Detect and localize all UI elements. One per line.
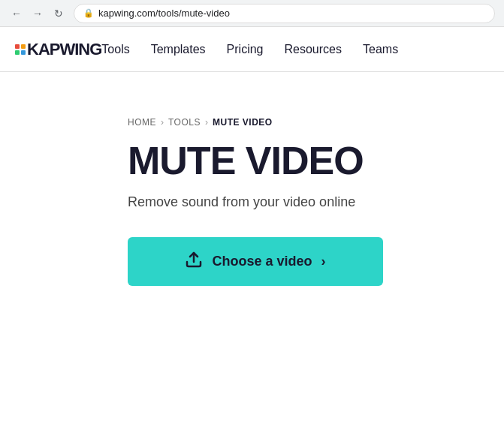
page-subtitle: Remove sound from your video online: [128, 194, 355, 210]
breadcrumb-current: MUTE VIDEO: [213, 117, 273, 128]
cta-label: Choose a video: [212, 254, 312, 269]
breadcrumb-separator-1: ›: [161, 117, 164, 128]
chevron-right-icon: ›: [321, 254, 326, 269]
breadcrumb: HOME › TOOLS › MUTE VIDEO: [128, 117, 273, 128]
reload-button[interactable]: ↻: [51, 6, 66, 21]
logo[interactable]: KAPWING: [15, 40, 101, 59]
logo-squares: [15, 44, 26, 55]
lock-icon: 🔒: [83, 8, 94, 18]
nav-link-teams: Teams: [363, 43, 398, 56]
forward-button[interactable]: →: [30, 6, 45, 21]
nav-link-templates: Templates: [151, 43, 206, 56]
breadcrumb-tools[interactable]: TOOLS: [168, 117, 201, 128]
upload-icon: [185, 251, 203, 272]
browser-chrome: ← → ↻ 🔒 kapwing.com/tools/mute-video: [0, 0, 504, 27]
nav-links: Tools Templates Pricing Resources Teams: [101, 43, 398, 56]
nav-item-teams[interactable]: Teams: [363, 43, 398, 56]
main-content: HOME › TOOLS › MUTE VIDEO MUTE VIDEO Rem…: [0, 72, 504, 331]
page-title: MUTE VIDEO: [128, 140, 364, 182]
breadcrumb-home[interactable]: HOME: [128, 117, 156, 128]
nav-item-templates[interactable]: Templates: [151, 43, 206, 56]
nav-item-pricing[interactable]: Pricing: [227, 43, 264, 56]
nav-item-tools[interactable]: Tools: [101, 43, 129, 56]
navbar: KAPWING Tools Templates Pricing Resource…: [0, 27, 504, 72]
choose-video-button[interactable]: Choose a video ›: [128, 237, 383, 286]
breadcrumb-separator-2: ›: [205, 117, 208, 128]
browser-nav-buttons: ← → ↻: [9, 6, 66, 21]
address-bar[interactable]: 🔒 kapwing.com/tools/mute-video: [74, 4, 495, 23]
logo-text: KAPWING: [27, 40, 101, 59]
nav-link-pricing: Pricing: [227, 43, 264, 56]
nav-item-resources[interactable]: Resources: [285, 43, 342, 56]
nav-link-tools: Tools: [101, 43, 129, 56]
url-text: kapwing.com/tools/mute-video: [98, 8, 230, 19]
nav-link-resources: Resources: [285, 43, 342, 56]
back-button[interactable]: ←: [9, 6, 24, 21]
